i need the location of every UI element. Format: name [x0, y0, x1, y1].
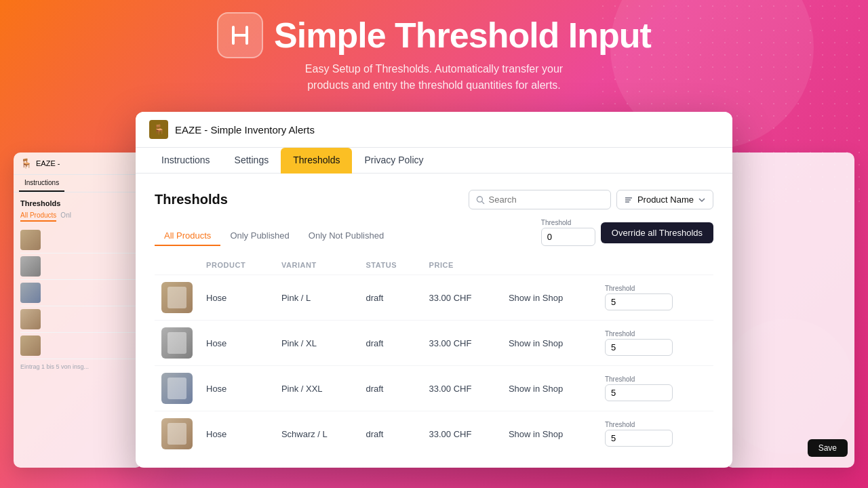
- filter-tabs-row: All Products Only Published Only Not Pub…: [155, 219, 713, 246]
- ghost-product-img-4: [20, 336, 41, 356]
- save-button-area: Save: [808, 439, 848, 457]
- sort-dropdown[interactable]: Product Name: [616, 190, 713, 209]
- filter-only-not-published[interactable]: Only Not Published: [299, 226, 393, 246]
- nav-tabs: Instructions Settings Thresholds Privacy…: [136, 148, 732, 174]
- override-all-button[interactable]: Override all Thresholds: [601, 222, 713, 243]
- hero-title-row: Simple Threshold Input: [217, 12, 651, 58]
- filter-left: All Products Only Published Only Not Pub…: [155, 226, 393, 246]
- ghost-img-row-4: [20, 333, 136, 359]
- svg-point-15: [170, 426, 176, 431]
- svg-rect-10: [167, 332, 186, 354]
- product-threshold-cell-0: Threshold: [598, 275, 713, 321]
- product-status-2: draft: [359, 366, 422, 411]
- ghost-window-right: Save: [726, 152, 854, 468]
- row-threshold-label-1: Threshold: [605, 330, 707, 338]
- product-status-1: draft: [359, 321, 422, 366]
- svg-point-9: [170, 289, 176, 295]
- product-action-3: Show in Shop: [502, 411, 598, 452]
- table-row: Hose Pink / XL draft 33.00 CHF Show in S…: [155, 321, 713, 366]
- chevron-down-icon: [698, 196, 706, 204]
- product-name-3: Hose: [199, 411, 275, 452]
- product-action-1: Show in Shop: [502, 321, 598, 366]
- product-action-0: Show in Shop: [502, 275, 598, 321]
- hero-icon: [217, 12, 263, 58]
- filter-all-products[interactable]: All Products: [155, 226, 220, 246]
- product-variant-3: Schwarz / L: [275, 411, 359, 452]
- products-table: PRODUCT VARIANT STATUS PRICE Hose Pink /…: [155, 256, 713, 451]
- col-img: [155, 256, 199, 275]
- ghost-img-row-2: [20, 280, 136, 306]
- svg-point-13: [170, 380, 176, 386]
- table-row: Hose Pink / XXL draft 33.00 CHF Show in …: [155, 366, 713, 411]
- tab-instructions[interactable]: Instructions: [149, 148, 222, 174]
- product-variant-0: Pink / L: [275, 275, 359, 321]
- product-status-3: draft: [359, 411, 422, 452]
- ghost-window-left: 🪑 EAZE - Instructions Thresholds All Pro…: [14, 152, 142, 468]
- product-price-3: 33.00 CHF: [422, 411, 502, 452]
- product-price-0: 33.00 CHF: [422, 275, 502, 321]
- thresholds-header: Thresholds Product Name: [155, 190, 713, 209]
- svg-rect-8: [167, 287, 186, 308]
- app-title: EAZE - Simple Inventory Alerts: [175, 124, 315, 136]
- ghost-product-img-1: [20, 256, 41, 277]
- product-status-0: draft: [359, 275, 422, 321]
- search-input[interactable]: [489, 195, 604, 205]
- svg-rect-12: [167, 378, 186, 399]
- product-img-cell-0: [155, 275, 199, 321]
- row-threshold-label-3: Threshold: [605, 421, 707, 428]
- row-threshold-label-0: Threshold: [605, 285, 707, 292]
- search-icon: [476, 195, 485, 205]
- product-img-cell-2: [155, 366, 199, 411]
- app-window: 🪑 EAZE - Simple Inventory Alerts Instruc…: [136, 112, 732, 468]
- sort-icon: [624, 195, 633, 205]
- hero-subtitle: Easy Setup of Thresholds. Automatically …: [305, 61, 563, 94]
- product-img-cell-3: [155, 411, 199, 452]
- product-threshold-cell-1: Threshold: [598, 321, 713, 366]
- tab-settings[interactable]: Settings: [222, 148, 281, 174]
- save-button[interactable]: Save: [808, 439, 848, 457]
- row-threshold-input-0[interactable]: [605, 293, 673, 310]
- product-variant-1: Pink / XL: [275, 321, 359, 366]
- product-thumbnail-3: [161, 418, 193, 449]
- app-icon: 🪑: [149, 120, 168, 139]
- table-header-row: PRODUCT VARIANT STATUS PRICE: [155, 256, 713, 275]
- row-threshold-input-1[interactable]: [605, 339, 673, 356]
- sort-label: Product Name: [637, 195, 694, 205]
- tab-thresholds[interactable]: Thresholds: [281, 148, 352, 174]
- product-thumbnail-1: [161, 327, 193, 359]
- tab-privacy[interactable]: Privacy Policy: [352, 148, 435, 174]
- col-action: [502, 256, 598, 275]
- ghost-filter-tabs: All Products Onl: [20, 211, 136, 222]
- global-threshold-label: Threshold: [541, 219, 595, 226]
- ghost-pagination: Eintrag 1 bis 5 von insg...: [20, 359, 136, 374]
- col-product: PRODUCT: [199, 256, 275, 275]
- ghost-nav-left: Instructions: [14, 175, 142, 192]
- ghost-product-img-3: [20, 309, 41, 329]
- global-threshold-input[interactable]: [541, 228, 595, 246]
- ghost-img-row-1: [20, 253, 136, 280]
- header-right: Product Name: [469, 190, 713, 209]
- col-threshold: [598, 256, 713, 275]
- hero-header: Simple Threshold Input Easy Setup of Thr…: [0, 12, 868, 94]
- ghost-titlebar-left: 🪑 EAZE -: [14, 152, 142, 175]
- app-titlebar: 🪑 EAZE - Simple Inventory Alerts: [136, 112, 732, 148]
- product-name-0: Hose: [199, 275, 275, 321]
- filter-only-published[interactable]: Only Published: [220, 226, 298, 246]
- ghost-nav-instructions: Instructions: [19, 175, 64, 192]
- override-row: Threshold Override all Thresholds: [541, 219, 713, 246]
- col-variant: VARIANT: [275, 256, 359, 275]
- products-table-wrap: PRODUCT VARIANT STATUS PRICE Hose Pink /…: [155, 256, 713, 451]
- product-threshold-cell-2: Threshold: [598, 366, 713, 411]
- table-row: Hose Schwarz / L draft 33.00 CHF Show in…: [155, 411, 713, 452]
- global-threshold-wrapper: Threshold: [541, 219, 595, 246]
- col-price: PRICE: [422, 256, 502, 275]
- ghost-product-img-0: [20, 230, 41, 250]
- row-threshold-input-2[interactable]: [605, 384, 673, 401]
- product-thumbnail-2: [161, 373, 193, 404]
- search-box[interactable]: [469, 190, 611, 209]
- product-action-2: Show in Shop: [502, 366, 598, 411]
- row-threshold-label-2: Threshold: [605, 375, 707, 383]
- row-threshold-input-3[interactable]: [605, 430, 673, 447]
- svg-rect-14: [167, 423, 186, 445]
- col-status: STATUS: [359, 256, 422, 275]
